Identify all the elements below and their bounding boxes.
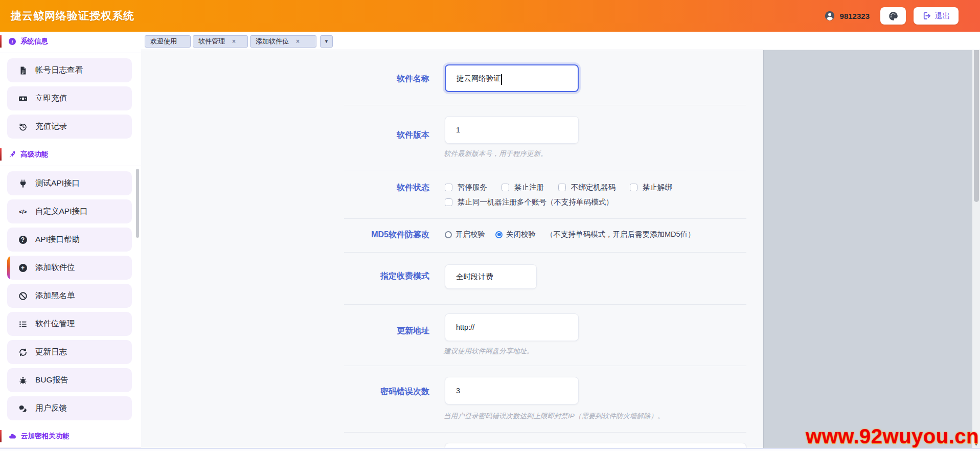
close-icon[interactable]: × [232, 38, 236, 44]
sidebar-item-slot-management[interactable]: 软件位管理 [7, 312, 132, 336]
row-divider [344, 252, 746, 253]
ban-icon [18, 291, 28, 301]
sidebar-item-bug-report[interactable]: BUG报告 [7, 368, 132, 392]
app-window: 捷云鲸网络验证授权系统 9812323 退出 [0, 0, 980, 451]
checkbox-no-machine-bind[interactable]: 不绑定机器码 [558, 183, 616, 192]
tab-bar: 欢迎使用 软件管理 × 添加软件位 × ▼ [141, 32, 980, 50]
software-version-input[interactable] [445, 116, 579, 144]
update-url-hint: 建议使用软件网盘分享地址。 [444, 347, 534, 356]
sidebar-item-add-blacklist[interactable]: 添加黑名单 [7, 284, 132, 308]
sidebar-item-label: 添加黑名单 [35, 290, 75, 301]
text-cursor [501, 74, 502, 85]
sidebar-item-label: 更新日志 [35, 347, 67, 357]
checkbox[interactable] [445, 198, 452, 206]
plug-icon [18, 178, 28, 188]
radio-md5-off[interactable]: 关闭校验 [495, 230, 536, 239]
checkbox-forbid-multi-account[interactable]: 禁止同一机器注册多个账号（不支持单码模式） [445, 197, 613, 207]
checkbox[interactable] [445, 184, 452, 191]
scrollbar-thumb[interactable] [974, 43, 979, 202]
radio[interactable] [445, 231, 452, 238]
app-header: 捷云鲸网络验证授权系统 9812323 退出 [0, 0, 980, 32]
tab-add-software-slot[interactable]: 添加软件位 × [250, 35, 316, 48]
list-icon [18, 319, 28, 329]
section-label: 高级功能 [20, 150, 48, 159]
password-error-hint: 当用户登录密码错误次数达到上限即封禁IP（需要到软件防火墙解除）。 [444, 412, 664, 421]
radio-md5-on[interactable]: 开启校验 [445, 230, 485, 239]
update-url-input[interactable] [445, 313, 579, 341]
history-icon [18, 122, 28, 131]
sidebar-item-test-api[interactable]: 测试API接口 [7, 171, 132, 195]
tab-welcome[interactable]: 欢迎使用 [145, 35, 191, 48]
sidebar-item-recharge-history[interactable]: 充值记录 [7, 115, 132, 139]
row-divider [344, 432, 746, 433]
cloud-icon [9, 433, 16, 440]
sidebar-item-recharge[interactable]: 立即充值 [7, 86, 132, 110]
sidebar-item-update-log[interactable]: 更新日志 [7, 340, 132, 364]
header-actions: 9812323 退出 [824, 0, 959, 32]
sidebar-item-account-log[interactable]: 帐号日志查看 [7, 58, 132, 82]
row-divider [344, 218, 746, 219]
divider [0, 166, 141, 166]
sidebar-item-label: 添加软件位 [35, 262, 75, 273]
rocket-icon [9, 151, 16, 158]
field-label-software-version: 软件版本 [294, 130, 429, 141]
sidebar-section-cloud-encrypt: 云加密相关功能 [0, 430, 141, 443]
tab-overflow-button[interactable]: ▼ [320, 35, 333, 48]
sidebar-item-user-feedback[interactable]: 用户反馈 [7, 396, 132, 420]
sidebar-item-label: 自定义API接口 [35, 206, 87, 217]
sidebar-scrollbar-thumb[interactable] [136, 169, 139, 238]
divider [0, 53, 141, 53]
sidebar-item-label: 软件位管理 [35, 319, 75, 329]
field-label-update-url: 更新地址 [294, 326, 429, 336]
software-name-input[interactable] [445, 64, 579, 92]
refresh-icon [18, 347, 28, 357]
row-divider [344, 170, 746, 170]
field-label-md5: MD5软件防篡改 [294, 230, 429, 240]
password-error-input[interactable] [445, 377, 579, 404]
info-circle-icon: i [9, 38, 16, 45]
md5-radio-row: 开启校验 关闭校验 （不支持单码模式，开启后需要添加MD5值） [445, 230, 695, 239]
field-label-software-name: 软件名称 [294, 74, 429, 84]
radio-checked[interactable] [495, 231, 503, 238]
question-icon: ? [18, 235, 28, 244]
close-icon[interactable]: × [296, 38, 300, 44]
sidebar: i 系统信息 帐号日志查看 立即充值 充值记录 高级功能 [0, 32, 141, 451]
chevron-down-icon: ▼ [324, 39, 329, 44]
window-scrollbar[interactable]: ▲ ▼ [972, 32, 980, 451]
sidebar-item-label: 立即充值 [35, 93, 67, 104]
md5-note: （不支持单码模式，开启后需要添加MD5值） [546, 230, 695, 239]
checkbox-pause-service[interactable]: 暂停服务 [445, 183, 487, 192]
file-icon [18, 65, 28, 75]
checkbox[interactable] [502, 184, 509, 191]
row-divider [344, 105, 746, 105]
row-divider [344, 304, 746, 305]
checkbox-forbid-unbind[interactable]: 禁止解绑 [630, 183, 672, 192]
field-label-fee-mode: 指定收费模式 [294, 271, 429, 282]
sidebar-item-label: 充值记录 [35, 121, 67, 132]
sidebar-item-custom-api[interactable]: </> 自定义API接口 [7, 199, 132, 223]
sidebar-section-system-info: i 系统信息 [0, 35, 141, 48]
checkbox-forbid-register[interactable]: 禁止注册 [502, 183, 544, 192]
form-panel: 软件名称 软件版本 软件最新版本号，用于程序更新。 软件状态 暂停服务 禁止注册… [141, 50, 763, 451]
bug-icon [18, 375, 28, 385]
bottom-edge-strip [0, 448, 980, 451]
watermark: www.92wuyou.cn [806, 425, 979, 448]
sidebar-item-api-help[interactable]: ? API接口帮助 [7, 228, 132, 252]
checkbox[interactable] [630, 184, 637, 191]
status-checkbox-row2: 禁止同一机器注册多个账号（不支持单码模式） [445, 197, 613, 207]
user-circle-icon [824, 10, 835, 21]
logout-button[interactable]: 退出 [914, 7, 959, 25]
code-icon: </> [18, 207, 28, 216]
theme-palette-button[interactable] [880, 7, 906, 25]
field-label-password-errors: 密码错误次数 [294, 387, 429, 397]
row-divider [344, 366, 746, 366]
tab-software-management[interactable]: 软件管理 × [193, 35, 248, 48]
user-account: 9812323 [824, 10, 870, 21]
sidebar-item-add-software-slot[interactable]: + 添加软件位 [7, 256, 132, 280]
outer-background [763, 50, 972, 451]
user-id: 9812323 [840, 12, 870, 20]
status-checkbox-row1: 暂停服务 禁止注册 不绑定机器码 禁止解绑 [445, 183, 672, 192]
app-title: 捷云鲸网络验证授权系统 [11, 9, 134, 23]
fee-mode-select[interactable]: 全时段计费 [445, 264, 537, 289]
checkbox[interactable] [558, 184, 566, 191]
